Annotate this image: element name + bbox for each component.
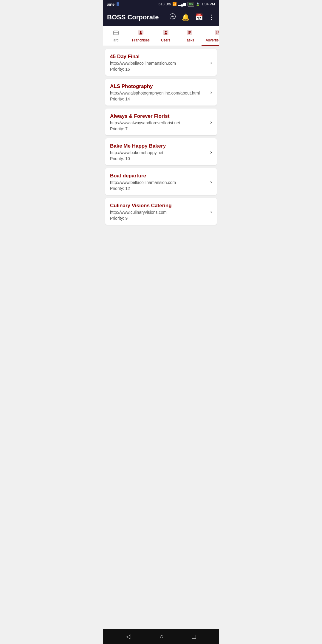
ad-url-4: http://www.bellacollinamansion.com bbox=[110, 180, 208, 185]
ad-priority-0: Priority: 16 bbox=[110, 67, 208, 72]
ad-item-4[interactable]: Boat departure http://www.bellacollinama… bbox=[105, 168, 217, 195]
svg-point-12 bbox=[216, 31, 218, 32]
ad-title-4: Boat departure bbox=[110, 173, 208, 179]
tab-users[interactable]: Users bbox=[154, 26, 178, 46]
app-bar-icons: 🔔 📅 ⋮ bbox=[169, 13, 215, 22]
dashboard-icon bbox=[113, 29, 119, 38]
chevron-right-icon-5: › bbox=[210, 209, 212, 215]
status-right: 613 B/s 📶 ▂▄▆ 86 🍃 1:04 PM bbox=[159, 2, 215, 7]
carrier-label: airtel bbox=[107, 2, 115, 7]
tab-advertisements[interactable]: Advertisements bbox=[202, 26, 219, 46]
status-bar: airtel f 613 B/s 📶 ▂▄▆ 86 🍃 1:04 PM bbox=[103, 0, 219, 8]
chevron-right-icon-2: › bbox=[210, 119, 212, 126]
tab-dashboard-label: ard bbox=[113, 38, 118, 42]
ad-content-4: Boat departure http://www.bellacollinama… bbox=[110, 173, 208, 191]
svg-rect-1 bbox=[114, 31, 119, 35]
ad-item-1[interactable]: ALS Photography http://www.alsphotograph… bbox=[105, 79, 217, 106]
ad-priority-4: Priority: 12 bbox=[110, 186, 208, 191]
tab-franchises[interactable]: Franchises bbox=[128, 26, 154, 46]
tab-franchises-label: Franchises bbox=[132, 38, 150, 42]
ad-title-3: Bake Me Happy Bakery bbox=[110, 143, 208, 149]
home-button[interactable]: ○ bbox=[155, 631, 168, 642]
ad-item-5[interactable]: Culinary Visions Catering http://www.cul… bbox=[105, 198, 217, 225]
ad-item-0[interactable]: 45 Day Final http://www.bellacollinamans… bbox=[105, 49, 217, 76]
signal-icon: ▂▄▆ bbox=[178, 2, 186, 6]
ad-url-3: http://www.bakemehappy.net bbox=[110, 150, 208, 155]
svg-point-6 bbox=[165, 31, 167, 33]
advertisements-list: 45 Day Final http://www.bellacollinamans… bbox=[103, 46, 219, 629]
bell-icon[interactable]: 🔔 bbox=[182, 13, 190, 21]
wifi-icon: 📶 bbox=[172, 2, 177, 6]
back-button[interactable]: ◁ bbox=[121, 631, 136, 642]
app-bar: BOSS Corporate 🔔 📅 ⋮ bbox=[103, 8, 219, 26]
chevron-right-icon-1: › bbox=[210, 89, 212, 96]
ad-title-5: Culinary Visions Catering bbox=[110, 203, 208, 209]
calendar-icon[interactable]: 📅 bbox=[195, 13, 203, 21]
ad-priority-1: Priority: 14 bbox=[110, 97, 208, 101]
tab-users-label: Users bbox=[161, 38, 170, 42]
franchises-icon bbox=[137, 29, 144, 38]
ad-content-3: Bake Me Happy Bakery http://www.bakemeha… bbox=[110, 143, 208, 161]
ad-item-2[interactable]: Always & Forever Florist http://www.alwa… bbox=[105, 109, 217, 135]
tab-advertisements-label: Advertisements bbox=[206, 38, 219, 42]
chevron-right-icon-4: › bbox=[210, 179, 212, 185]
tab-dashboard[interactable]: ard bbox=[104, 26, 128, 46]
carrier-info: airtel f bbox=[107, 2, 119, 7]
ad-priority-3: Priority: 10 bbox=[110, 156, 208, 161]
ad-title-1: ALS Photography bbox=[110, 83, 208, 89]
network-speed: 613 B/s bbox=[159, 2, 171, 6]
advertisements-icon bbox=[215, 29, 219, 38]
tab-tasks-label: Tasks bbox=[185, 38, 194, 42]
users-icon bbox=[162, 29, 169, 38]
app-title: BOSS Corporate bbox=[107, 13, 159, 21]
more-icon[interactable]: ⋮ bbox=[208, 13, 215, 21]
ad-url-0: http://www.bellacollinamansion.com bbox=[110, 61, 208, 66]
leaf-icon: 🍃 bbox=[196, 2, 200, 6]
ad-url-1: http://www.alsphotographyonline.com/abou… bbox=[110, 91, 208, 95]
tab-bar: ard Franchises Users bbox=[103, 26, 219, 46]
svg-point-4 bbox=[140, 31, 142, 33]
ad-title-0: 45 Day Final bbox=[110, 54, 208, 60]
ad-priority-2: Priority: 7 bbox=[110, 126, 208, 131]
time-label: 1:04 PM bbox=[202, 2, 215, 6]
ad-url-2: http://www.alwaysandforeverflorist.net bbox=[110, 120, 208, 125]
tab-tasks[interactable]: Tasks bbox=[178, 26, 202, 46]
fb-icon: f bbox=[117, 2, 119, 6]
ad-url-5: http://www.culinaryvisions.com bbox=[110, 210, 208, 215]
ad-content-5: Culinary Visions Catering http://www.cul… bbox=[110, 203, 208, 221]
ad-title-2: Always & Forever Florist bbox=[110, 113, 208, 119]
ad-content-0: 45 Day Final http://www.bellacollinamans… bbox=[110, 54, 208, 72]
ad-content-2: Always & Forever Florist http://www.alwa… bbox=[110, 113, 208, 131]
ad-content-1: ALS Photography http://www.alsphotograph… bbox=[110, 83, 208, 101]
ad-priority-5: Priority: 9 bbox=[110, 216, 208, 221]
messenger-icon[interactable] bbox=[169, 13, 176, 22]
bottom-nav: ◁ ○ □ bbox=[103, 629, 219, 644]
ad-item-3[interactable]: Bake Me Happy Bakery http://www.bakemeha… bbox=[105, 138, 217, 165]
battery-icon: 86 bbox=[188, 2, 194, 7]
chevron-right-icon-3: › bbox=[210, 149, 212, 155]
tasks-icon bbox=[186, 29, 193, 38]
chevron-right-icon-0: › bbox=[210, 60, 212, 66]
recent-apps-button[interactable]: □ bbox=[187, 631, 201, 642]
svg-rect-11 bbox=[215, 30, 219, 35]
